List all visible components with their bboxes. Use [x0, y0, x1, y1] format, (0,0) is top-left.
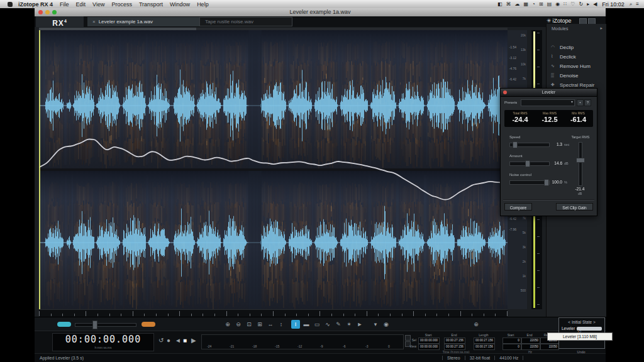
menu-extra-icon[interactable]: ◔ — [532, 0, 535, 8]
window-title-bar[interactable]: Leveler example 1a.wav — [35, 8, 606, 17]
menu-extra-icon[interactable]: ∷ — [564, 0, 567, 8]
play-button[interactable]: ▶ — [191, 337, 196, 344]
snapshot-tool-icon[interactable]: ◉ — [382, 320, 391, 329]
timecode-display[interactable]: 00:00:00.000 h:mm:ss.ms — [52, 333, 154, 351]
menu-view[interactable]: View — [92, 1, 104, 8]
collapse-arrow-icon[interactable]: ▸ — [600, 26, 602, 31]
zoom-out-tool-icon[interactable]: ⊖ — [234, 320, 243, 329]
menu-process[interactable]: Process — [111, 1, 132, 8]
menu-extra-icon[interactable]: ▤ — [547, 0, 552, 8]
target-rms-slider-handle[interactable] — [576, 158, 585, 163]
magic-wand-tool-icon[interactable]: ✶ — [345, 320, 353, 329]
sel-end-field[interactable]: 00:00:27.156 — [444, 337, 465, 344]
history-initial-state[interactable]: < Initial State > — [560, 319, 604, 326]
status-bar: Applied Leveler (3.5 s) Stereo 32-bit fl… — [35, 353, 606, 362]
menu-clock[interactable]: Fri 10:02 — [602, 1, 625, 8]
sel-length-field[interactable]: 00:00:27.156 — [474, 337, 495, 344]
sel-start-field[interactable]: 00:00:00.000 — [418, 337, 440, 344]
module-declick[interactable]: ⌇Declick — [547, 53, 606, 62]
stop-button[interactable]: ■ — [183, 337, 187, 344]
menu-window[interactable]: Window — [170, 1, 190, 8]
help-button[interactable]: ? — [584, 99, 591, 106]
meter-tick — [537, 287, 540, 288]
ruler-tick — [74, 314, 75, 316]
menu-extra-icon[interactable]: ↻ — [579, 0, 583, 8]
izotope-brand: ✳iZotope — [547, 18, 572, 24]
zoom-vertical-tool-icon[interactable]: ↕ — [277, 320, 286, 329]
freq-start-field[interactable]: 0 — [502, 344, 521, 350]
menu-extra-icon[interactable]: ▦ — [524, 0, 529, 8]
preset-menu-button[interactable]: • — [577, 99, 584, 106]
menu-extra-icon[interactable]: ☁ — [515, 0, 520, 8]
menu-extra-icon[interactable]: ♡ — [570, 0, 575, 8]
record-button[interactable]: ● — [167, 337, 170, 344]
freq-end-header: End — [521, 333, 538, 337]
menu-extra-icon[interactable]: ▸ — [587, 0, 589, 8]
amount-slider[interactable] — [509, 162, 550, 166]
sound-icon[interactable]: ◀ — [593, 0, 597, 8]
meter-scale-label: -6 — [343, 344, 345, 348]
zoom-in-tool-icon[interactable]: ⊕ — [223, 320, 232, 329]
view-end-field[interactable]: 00:00:27.156 — [444, 344, 465, 350]
spotlight-icon[interactable]: ⌕ — [630, 0, 632, 8]
notification-center-icon[interactable]: ≡ — [636, 0, 639, 8]
menu-file[interactable]: File — [60, 1, 69, 8]
menu-extra-icon[interactable]: ◧ — [497, 0, 502, 8]
tab-tape-rustle[interactable]: Tape rustle noise.wav — [199, 17, 292, 26]
menu-extra-icon[interactable]: ◉ — [555, 0, 560, 8]
zoom-level-icon[interactable]: ⊕ — [472, 320, 480, 329]
zoom-selection-tool-icon[interactable]: ⊞ — [255, 320, 264, 329]
view-length-field[interactable]: 00:00:27.156 — [474, 344, 495, 350]
frequency-selection-tool-icon[interactable]: ▬ — [302, 320, 311, 329]
target-rms-slider[interactable] — [579, 142, 582, 186]
set-clip-gain-button[interactable]: Set Clip Gain — [556, 203, 593, 211]
zoom-fit-tool-icon[interactable]: ⊡ — [245, 320, 253, 329]
dialog-title-bar[interactable]: Leveler — [501, 89, 597, 97]
spectrogram-view[interactable] — [39, 30, 508, 309]
menu-help[interactable]: Help — [197, 1, 209, 8]
module-denoise[interactable]: ▒Denoise — [547, 72, 606, 80]
selection-end-header: End — [444, 333, 464, 337]
module-declip[interactable]: ◠Declip — [547, 44, 606, 52]
spectrogram-opacity-slider[interactable] — [75, 323, 136, 327]
freq-end-field[interactable]: 22050 — [521, 344, 540, 350]
move-tool-icon[interactable]: ► — [355, 320, 364, 329]
mouse-cursor-icon: ➤ — [577, 329, 582, 334]
menu-extra-icon[interactable]: ⌘ — [506, 0, 511, 8]
compare-button[interactable]: Compare — [504, 203, 532, 211]
time-frequency-selection-tool-icon[interactable]: ▭ — [313, 320, 321, 329]
menu-app-name[interactable]: iZotope RX 4 — [18, 1, 53, 8]
timecode-value[interactable]: 00:00:00.000 — [53, 334, 153, 346]
freq-start-field[interactable]: 0 — [502, 337, 521, 344]
apple-menu-icon[interactable] — [8, 2, 13, 7]
view-start-field[interactable]: 00:00:00.000 — [418, 344, 440, 350]
lasso-tool-icon[interactable]: ∿ — [323, 320, 332, 329]
waveform-opacity-icon — [57, 322, 71, 327]
spectrogram-opacity-handle[interactable] — [92, 321, 97, 329]
amount-slider-handle[interactable] — [525, 160, 530, 167]
freq-range-field[interactable]: 22050 — [540, 344, 559, 350]
menu-edit[interactable]: Edit — [76, 1, 86, 8]
spectral-repair-icon: ✚ — [551, 82, 555, 87]
menu-extra-icon[interactable]: ⊞ — [539, 0, 543, 8]
module-remove-hum[interactable]: ∿Remove Hum — [547, 63, 606, 71]
tab-leveler-example[interactable]: ×Leveler example 1a.wav — [87, 17, 199, 26]
speed-slider[interactable] — [509, 143, 550, 147]
presets-label: Presets — [504, 101, 517, 104]
marker-tool-icon[interactable]: ▾ — [371, 320, 380, 329]
noise-control-slider-handle[interactable] — [544, 179, 549, 186]
freq-end-field[interactable]: 22050 — [521, 337, 540, 344]
time-selection-tool-icon[interactable]: I — [291, 320, 300, 329]
ruler-tick — [144, 314, 145, 316]
speed-slider-handle[interactable] — [513, 141, 518, 148]
rewind-button[interactable]: ◄ — [175, 337, 181, 344]
noise-control-slider[interactable] — [509, 180, 550, 185]
brush-tool-icon[interactable]: ✎ — [334, 320, 343, 329]
loop-playback-button[interactable]: ↺ — [158, 337, 164, 344]
zoom-horizontal-tool-icon[interactable]: ↔ — [266, 320, 275, 329]
playhead[interactable] — [39, 30, 40, 309]
ruler-tick — [507, 311, 508, 316]
presets-dropdown[interactable]: ▾ — [521, 99, 575, 106]
menu-transport[interactable]: Transport — [139, 1, 163, 8]
close-tab-icon[interactable]: × — [92, 19, 96, 25]
